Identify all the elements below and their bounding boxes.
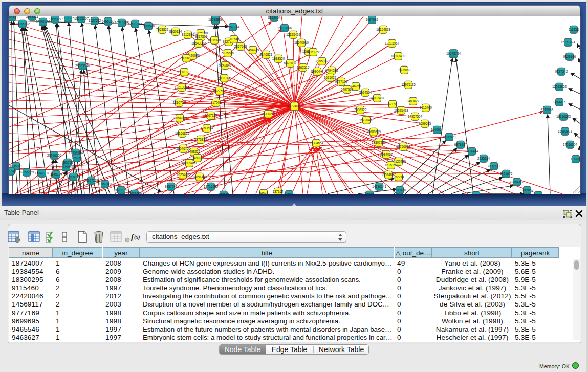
svg-text:16648784: 16648784 [446,52,461,55]
svg-text:17016504: 17016504 [563,143,578,146]
svg-text:3267110: 3267110 [205,114,217,117]
svg-text:19218506: 19218506 [277,26,292,30]
svg-text:25300255: 25300255 [261,112,276,116]
svg-text:7663822: 7663822 [156,28,169,31]
svg-text:391541: 391541 [9,169,16,173]
svg-text:5873833: 5873833 [194,138,207,141]
svg-text:137164: 137164 [272,190,284,193]
svg-text:16210643: 16210643 [556,115,571,118]
svg-text:9146821: 9146821 [260,53,273,56]
svg-text:7357224: 7357224 [227,25,239,29]
svg-text:6466160: 6466160 [102,19,115,23]
svg-text:10719155: 10719155 [115,21,129,25]
svg-text:1810755: 1810755 [173,101,186,104]
svg-text:125033: 125033 [284,192,295,194]
svg-text:6879197: 6879197 [454,143,467,146]
svg-text:8813054: 8813054 [268,16,281,19]
svg-text:9327509: 9327509 [195,35,208,38]
svg-text:10973493: 10973493 [391,54,406,58]
svg-text:10653267: 10653267 [74,17,89,20]
svg-text:2265401: 2265401 [9,16,18,19]
svg-text:9245652: 9245652 [521,188,534,192]
svg-text:12156829: 12156829 [19,170,34,174]
svg-text:5875685: 5875685 [222,51,234,55]
svg-text:1145194: 1145194 [50,172,63,176]
svg-text:9115460: 9115460 [420,106,432,110]
svg-text:7955812: 7955812 [316,59,329,63]
svg-text:18807249: 18807249 [372,141,386,144]
svg-text:10671355: 10671355 [128,22,143,26]
svg-text:1362615: 1362615 [297,65,310,69]
svg-text:252214: 252214 [393,175,404,179]
svg-text:16782759: 16782759 [114,188,129,192]
svg-text:6497568: 6497568 [341,87,354,91]
svg-text:5215955: 5215955 [541,108,554,112]
svg-text:7632621: 7632621 [488,164,500,168]
svg-text:17957225: 17957225 [84,179,99,182]
svg-text:1065327: 1065327 [49,17,62,21]
svg-text:13325419: 13325419 [286,33,301,36]
svg-text:12093852: 12093852 [552,85,567,89]
svg-text:12213363: 12213363 [175,85,189,89]
svg-text:3624554: 3624554 [359,91,372,94]
svg-text:937164: 937164 [218,193,229,194]
svg-text:9857791: 9857791 [165,185,178,188]
svg-text:(x): (x) [134,234,140,240]
svg-text:9474444: 9474444 [466,149,478,153]
svg-text:2803144: 2803144 [218,76,231,80]
svg-text:9129966: 9129966 [563,55,576,58]
svg-text:9242848: 9242848 [219,63,232,67]
svg-text:18724007: 18724007 [287,104,302,108]
svg-text:8660124: 8660124 [169,30,182,33]
svg-text:18640910: 18640910 [294,41,309,45]
svg-text:2103176: 2103176 [62,16,75,20]
svg-text:1588520: 1588520 [272,57,285,60]
svg-text:62160: 62160 [388,102,397,106]
svg-text:10958107: 10958107 [98,182,113,186]
svg-text:16154838: 16154838 [376,28,391,31]
svg-text:10025438: 10025438 [394,108,409,112]
svg-text:16033809: 16033809 [208,18,223,21]
svg-text:1353594: 1353594 [201,126,213,130]
svg-text:9463627: 9463627 [407,99,420,103]
svg-text:876521: 876521 [533,193,544,194]
svg-text:1733426: 1733426 [394,188,406,192]
svg-text:12213967: 12213967 [385,41,400,45]
svg-text:14957504: 14957504 [408,115,423,118]
svg-text:13716485: 13716485 [204,185,219,188]
svg-text:9699695: 9699695 [419,122,431,125]
svg-text:8186328: 8186328 [208,38,221,42]
svg-text:1244415: 1244415 [553,100,566,104]
svg-text:19384554: 19384554 [309,141,324,145]
svg-text:6322037: 6322037 [284,61,297,65]
svg-text:14691449: 14691449 [192,175,207,179]
svg-text:8454749: 8454749 [247,48,259,52]
svg-text:8990448: 8990448 [311,70,324,73]
svg-text:19166825: 19166825 [175,132,190,135]
svg-text:2098811: 2098811 [26,16,39,18]
svg-text:97245: 97245 [365,193,374,194]
svg-text:3498222: 3498222 [188,150,201,154]
svg-text:417006: 417006 [210,101,222,104]
svg-text:8938923: 8938923 [443,135,456,139]
svg-text:9084067: 9084067 [380,152,393,156]
svg-text:9227342: 9227342 [555,70,568,73]
svg-text:9777169: 9777169 [335,80,348,83]
svg-text:15692971: 15692971 [558,129,573,133]
svg-text:19654985: 19654985 [172,116,187,120]
svg-text:2718170: 2718170 [178,70,191,74]
svg-text:15720407: 15720407 [359,118,374,122]
svg-text:116753: 116753 [571,157,580,161]
svg-text:349821: 349821 [192,156,203,160]
svg-text:6794028: 6794028 [325,69,338,72]
svg-text:8471676: 8471676 [500,172,513,176]
svg-text:12023446: 12023446 [127,192,142,194]
svg-text:993758: 993758 [62,161,73,164]
svg-text:2367608: 2367608 [234,45,247,48]
svg-text:98961: 98961 [182,56,191,60]
svg-text:7986322: 7986322 [354,108,367,112]
svg-text:7625402: 7625402 [177,173,189,177]
svg-text:7515526: 7515526 [142,24,155,28]
svg-text:10688609: 10688609 [366,130,381,134]
svg-text:2935114: 2935114 [477,157,490,160]
